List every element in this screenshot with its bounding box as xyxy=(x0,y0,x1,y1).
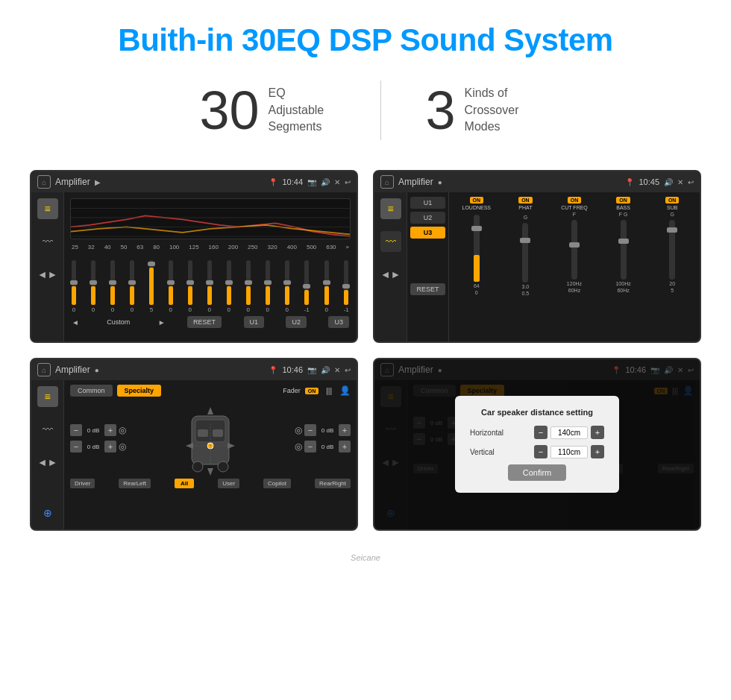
svg-rect-9 xyxy=(213,429,223,437)
bt-side-icon-3[interactable]: ⊕ xyxy=(37,502,58,523)
vol-side-icon[interactable]: ◄► xyxy=(37,264,58,285)
all-btn[interactable]: All xyxy=(175,479,194,488)
wave-side-icon-2[interactable]: 〰 xyxy=(380,231,401,252)
dialog-horizontal-row: Horizontal − 140cm + xyxy=(470,426,604,439)
x-icon-3: ✕ xyxy=(334,366,340,374)
eq-side-icon-2[interactable]: ≡ xyxy=(380,198,401,219)
cutfreq-slider[interactable] xyxy=(571,220,577,280)
eq-slider-13[interactable]: 0 xyxy=(324,260,329,313)
bass-val-top: 100Hz xyxy=(615,281,630,286)
eq-bottom-bar: ◄ Custom ► RESET U1 U2 U3 xyxy=(70,313,351,328)
specialty-btn[interactable]: Specialty xyxy=(117,385,162,397)
screenshots-grid: ⌂ Amplifier ▶ 📍 10:44 📷 🔊 ✕ ↩ ≡ 〰 ◄► xyxy=(0,163,731,553)
fader-label-3: Fader xyxy=(283,387,301,394)
u2-btn[interactable]: U2 xyxy=(286,316,307,328)
phat-toggle[interactable]: ON xyxy=(518,197,533,204)
copilot-btn[interactable]: Copilot xyxy=(263,479,291,488)
home-icon-2[interactable]: ⌂ xyxy=(380,175,394,189)
vertical-value: 110cm xyxy=(550,446,588,458)
next-icon[interactable]: ► xyxy=(158,318,166,327)
right-ctrl-1: ◎ − 0 dB + xyxy=(295,424,351,436)
dialog-vertical-row: Vertical − 110cm + xyxy=(470,445,604,458)
cutfreq-f: F xyxy=(573,212,576,217)
loudness-toggle[interactable]: ON xyxy=(470,197,484,204)
eq-slider-14[interactable]: -1 xyxy=(344,260,349,313)
minus-btn-r1[interactable]: − xyxy=(304,424,316,436)
crossover-number: 3 xyxy=(426,83,456,137)
vol-side-icon-2[interactable]: ◄► xyxy=(380,264,401,285)
minus-btn-l2[interactable]: − xyxy=(70,441,82,453)
screen-specialty-dialog: ⌂ Amplifier ● 📍 10:46 📷 🔊 ✕ ↩ ≡ 〰 ◄► ⊕ xyxy=(373,358,701,531)
common-btn[interactable]: Common xyxy=(70,385,113,397)
eq-slider-0[interactable]: 0 xyxy=(72,260,76,313)
eq-slider-9[interactable]: 0 xyxy=(246,260,251,313)
reset-ch-btn[interactable]: RESET xyxy=(410,283,445,295)
page-title: Buith-in 30EQ DSP Sound System xyxy=(0,0,731,73)
rec-icon-2: ● xyxy=(438,178,442,186)
confirm-button[interactable]: Confirm xyxy=(508,464,567,481)
plus-btn-r2[interactable]: + xyxy=(339,441,351,453)
sub-val-bot: 5 xyxy=(671,288,674,293)
home-icon-1[interactable]: ⌂ xyxy=(37,175,51,189)
sub-toggle[interactable]: ON xyxy=(665,197,680,204)
loudness-val-bot: 0 xyxy=(475,290,478,295)
eq-slider-10[interactable]: 0 xyxy=(266,260,270,313)
eq-sliders: 000050000000-10-1 xyxy=(70,253,351,313)
u3-ch-btn[interactable]: U3 xyxy=(410,227,445,239)
eq-slider-4[interactable]: 5 xyxy=(149,260,154,313)
dialog-box: Car speaker distance setting Horizontal … xyxy=(455,396,619,493)
eq-slider-3[interactable]: 0 xyxy=(130,260,134,313)
plus-btn-r1[interactable]: + xyxy=(339,424,351,436)
stat-crossover: 3 Kinds of Crossover Modes xyxy=(381,83,577,137)
eq-slider-5[interactable]: 0 xyxy=(169,260,173,313)
reset-btn[interactable]: RESET xyxy=(187,316,222,328)
u1-btn[interactable]: U1 xyxy=(244,316,265,328)
bass-toggle[interactable]: ON xyxy=(616,197,630,204)
eq-side-icon-3[interactable]: ≡ xyxy=(37,386,58,407)
crossover-sections: ON LOUDNESS 64 0 ON PHAT G xyxy=(449,192,700,341)
vol-side-icon-3[interactable]: ◄► xyxy=(37,452,58,473)
driver-btn[interactable]: Driver xyxy=(70,479,95,488)
vertical-minus[interactable]: − xyxy=(534,445,548,458)
plus-btn-l1[interactable]: + xyxy=(104,424,116,436)
cutfreq-toggle[interactable]: ON xyxy=(568,197,582,204)
eq-slider-12[interactable]: -1 xyxy=(304,260,310,313)
cutfreq-label: CUT FREQ xyxy=(561,205,588,210)
eq-side-icon[interactable]: ≡ xyxy=(37,198,58,219)
eq-slider-7[interactable]: 0 xyxy=(207,260,212,313)
sub-slider[interactable] xyxy=(669,220,675,280)
side-panel-2: ≡ 〰 ◄► xyxy=(374,192,407,341)
eq-slider-2[interactable]: 0 xyxy=(110,260,115,313)
eq-slider-11[interactable]: 0 xyxy=(285,260,289,313)
bass-slider[interactable] xyxy=(621,220,627,280)
eq-slider-8[interactable]: 0 xyxy=(227,260,231,313)
loudness-slider[interactable] xyxy=(474,215,480,282)
phat-slider[interactable] xyxy=(522,223,528,283)
horizontal-minus[interactable]: − xyxy=(534,426,548,439)
vertical-plus[interactable]: + xyxy=(591,445,604,458)
minus-btn-r2[interactable]: − xyxy=(304,441,316,453)
horizontal-plus[interactable]: + xyxy=(591,426,604,439)
location-icon-1: 📍 xyxy=(269,178,277,186)
rearright-btn[interactable]: RearRight xyxy=(315,479,351,488)
loudness-label: LOUDNESS xyxy=(462,205,492,210)
home-icon-3[interactable]: ⌂ xyxy=(37,363,51,376)
stats-row: 30 EQ Adjustable Segments 3 Kinds of Cro… xyxy=(0,73,731,163)
prev-icon[interactable]: ◄ xyxy=(72,318,79,327)
rearleft-btn[interactable]: RearLeft xyxy=(119,479,151,488)
sub-g: G xyxy=(670,212,674,217)
wave-side-icon[interactable]: 〰 xyxy=(37,231,58,252)
fader-toggle-3[interactable]: ON xyxy=(305,388,319,394)
eq-slider-6[interactable]: 0 xyxy=(188,260,192,313)
u3-btn[interactable]: U3 xyxy=(328,316,349,328)
x-icon-2: ✕ xyxy=(677,178,683,186)
eq-slider-1[interactable]: 0 xyxy=(91,260,95,313)
crossover-label: Kinds of Crossover Modes xyxy=(465,85,532,135)
u2-ch-btn[interactable]: U2 xyxy=(410,212,445,224)
user-btn[interactable]: User xyxy=(218,479,239,488)
svg-marker-13 xyxy=(207,407,213,414)
minus-btn-l1[interactable]: − xyxy=(70,424,82,436)
wave-side-icon-3[interactable]: 〰 xyxy=(37,419,58,440)
plus-btn-l2[interactable]: + xyxy=(104,441,116,453)
u1-ch-btn[interactable]: U1 xyxy=(410,197,445,209)
